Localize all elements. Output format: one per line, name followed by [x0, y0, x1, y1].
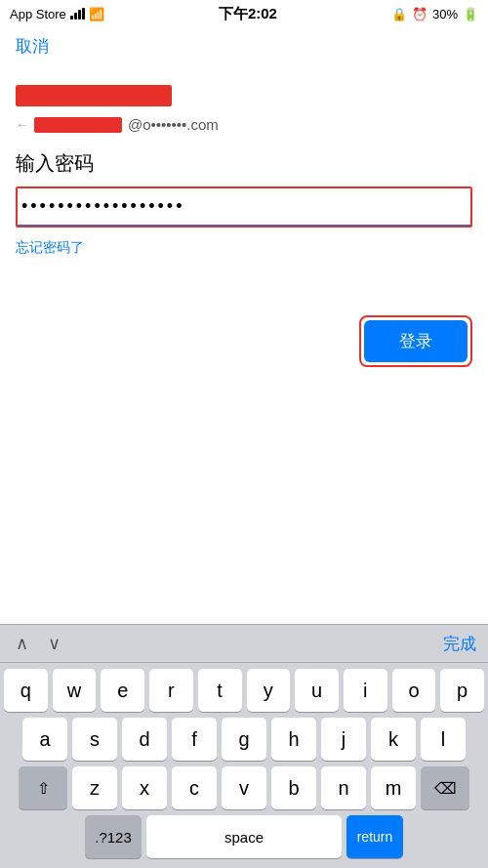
- space-key[interactable]: space: [146, 815, 342, 858]
- lock-icon: 🔒: [391, 7, 407, 21]
- key-a[interactable]: a: [22, 718, 67, 761]
- wifi-icon: 📶: [89, 7, 104, 21]
- shift-key[interactable]: ⇧: [19, 766, 67, 809]
- key-row-2: a s d f g h j k l: [4, 718, 484, 761]
- key-row-1: q w e r t y u i o p: [4, 669, 484, 712]
- cancel-button[interactable]: 取消: [16, 35, 49, 58]
- content-area: ← @o•••••••.com 输入密码 忘记密码了 登录: [0, 65, 488, 383]
- prev-field-button[interactable]: ∧: [12, 631, 32, 656]
- key-k[interactable]: k: [371, 718, 416, 761]
- password-field-wrapper: [16, 186, 472, 227]
- next-field-button[interactable]: ∨: [44, 631, 64, 656]
- redacted-email-user: [34, 117, 122, 133]
- login-btn-outer: 登录: [359, 315, 472, 367]
- key-p[interactable]: p: [440, 669, 484, 712]
- keyboard-area: ∧ ∨ 完成 q w e r t y u i o p a s d f g h j…: [0, 624, 488, 868]
- keyboard: q w e r t y u i o p a s d f g h j k l ⇧ …: [0, 663, 488, 868]
- forgot-password-link[interactable]: 忘记密码了: [16, 239, 472, 257]
- key-o[interactable]: o: [392, 669, 436, 712]
- key-s[interactable]: s: [72, 718, 117, 761]
- section-title: 输入密码: [16, 150, 472, 177]
- status-time: 下午2:02: [219, 5, 277, 23]
- email-suffix: @o•••••••.com: [128, 116, 219, 133]
- key-c[interactable]: c: [172, 766, 217, 809]
- key-u[interactable]: u: [295, 669, 339, 712]
- key-d[interactable]: d: [122, 718, 167, 761]
- key-n[interactable]: n: [321, 766, 366, 809]
- battery-icon: 🔋: [463, 7, 478, 21]
- key-q[interactable]: q: [4, 669, 48, 712]
- status-right: 🔒 ⏰ 30% 🔋: [391, 7, 478, 21]
- key-h[interactable]: h: [271, 718, 316, 761]
- toolbar-arrows: ∧ ∨: [12, 631, 64, 656]
- keyboard-toolbar: ∧ ∨ 完成: [0, 625, 488, 663]
- key-t[interactable]: t: [198, 669, 242, 712]
- status-bar: App Store 📶 下午2:02 🔒 ⏰ 30% 🔋: [0, 0, 488, 27]
- key-z[interactable]: z: [72, 766, 117, 809]
- key-l[interactable]: l: [421, 718, 466, 761]
- key-r[interactable]: r: [149, 669, 193, 712]
- backspace-key[interactable]: ⌫: [421, 766, 469, 809]
- key-i[interactable]: i: [344, 669, 387, 712]
- login-btn-area: 登录: [16, 315, 472, 367]
- key-w[interactable]: w: [53, 669, 97, 712]
- return-key[interactable]: return: [346, 815, 403, 858]
- battery-label: 30%: [432, 7, 458, 21]
- key-row-4: .?123 space return: [4, 815, 484, 858]
- back-arrow-icon: ←: [16, 117, 28, 132]
- password-input[interactable]: [18, 188, 470, 226]
- key-b[interactable]: b: [271, 766, 316, 809]
- symbol-key[interactable]: .?123: [85, 815, 142, 858]
- key-g[interactable]: g: [222, 718, 266, 761]
- alarm-icon: ⏰: [412, 7, 427, 21]
- signal-icon: [70, 8, 85, 20]
- redacted-username: [16, 85, 172, 106]
- key-row-3: ⇧ z x c v b n m ⌫: [4, 766, 484, 809]
- key-f[interactable]: f: [172, 718, 217, 761]
- nav-bar: 取消: [0, 27, 488, 65]
- key-j[interactable]: j: [321, 718, 366, 761]
- key-v[interactable]: v: [222, 766, 266, 809]
- key-x[interactable]: x: [122, 766, 167, 809]
- email-row: ← @o•••••••.com: [16, 116, 472, 133]
- done-button[interactable]: 完成: [443, 633, 476, 655]
- app-store-label: App Store: [10, 7, 66, 21]
- key-e[interactable]: e: [101, 669, 144, 712]
- key-y[interactable]: y: [247, 669, 291, 712]
- key-m[interactable]: m: [371, 766, 416, 809]
- login-button[interactable]: 登录: [364, 320, 468, 362]
- status-left: App Store 📶: [10, 7, 104, 21]
